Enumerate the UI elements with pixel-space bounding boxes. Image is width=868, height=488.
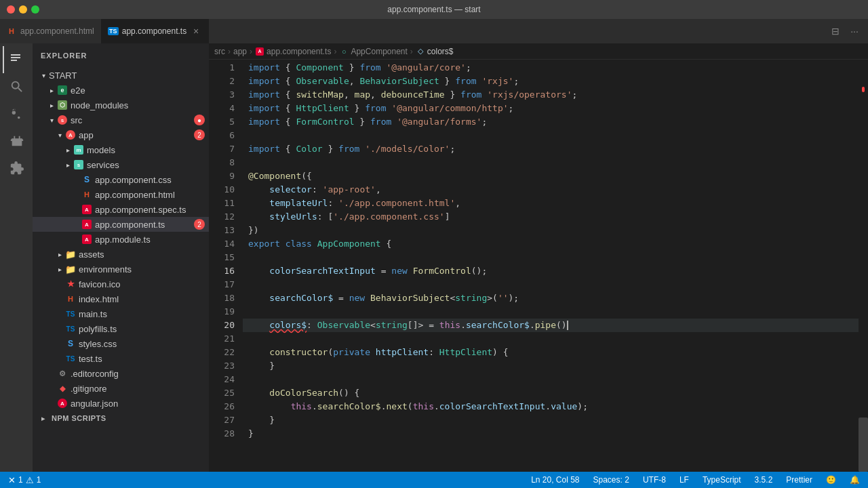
editorconfig-icon: ⚙: [57, 368, 68, 379]
sidebar-item-styles-css[interactable]: S styles.css: [33, 336, 209, 351]
favicon-label: favicon.ico: [79, 279, 120, 289]
breadcrumb-var: colors$: [427, 47, 454, 56]
sidebar-item-editorconfig[interactable]: ⚙ .editorconfig: [33, 366, 209, 381]
environments-chevron: [54, 264, 65, 274]
breadcrumb-src: src: [214, 47, 225, 56]
code-line-8: [243, 156, 859, 169]
sidebar-item-app-component-spec[interactable]: A app.component.spec.ts: [33, 202, 209, 217]
npm-scripts-section[interactable]: NPM SCRIPTS: [33, 411, 209, 426]
extensions-activity-icon[interactable]: [3, 155, 30, 182]
ln-3: 3: [209, 88, 235, 102]
spaces-text: Spaces: 2: [593, 475, 629, 485]
code-line-21: [243, 332, 859, 346]
spec-file-icon: A: [81, 204, 92, 215]
sidebar-item-app-component-ts[interactable]: A app.component.ts 2: [33, 217, 209, 232]
sidebar-item-main-ts[interactable]: TS main.ts: [33, 306, 209, 321]
smiley-icon: 🙂: [826, 475, 836, 485]
code-line-14: export class AppComponent {: [243, 237, 859, 251]
editor-scrollbar[interactable]: [859, 60, 868, 472]
e2e-icon: e: [57, 85, 68, 96]
ln-14: 14: [209, 237, 235, 251]
sidebar-item-e2e[interactable]: e e2e: [33, 83, 209, 98]
sidebar-item-app-module[interactable]: A app.module.ts: [33, 232, 209, 247]
sidebar-item-environments[interactable]: 📁 environments: [33, 262, 209, 277]
html-tab-label: app.component.html: [20, 26, 94, 36]
test-ts-icon: TS: [65, 353, 76, 364]
environments-label: environments: [79, 264, 132, 274]
sidebar-item-favicon[interactable]: ★ favicon.ico: [33, 277, 209, 291]
services-chevron: [62, 159, 73, 170]
sidebar-item-services[interactable]: s services: [33, 157, 209, 172]
search-activity-icon[interactable]: [3, 73, 30, 100]
styles-css-label: styles.css: [79, 339, 117, 349]
sidebar-item-polyfills[interactable]: TS polyfills.ts: [33, 321, 209, 336]
indentation[interactable]: Spaces: 2: [591, 472, 632, 488]
warning-icon: ⚠: [26, 475, 34, 485]
version-item[interactable]: 3.5.2: [752, 472, 776, 488]
ts-tab-label: app.component.ts: [122, 26, 186, 36]
code-editor[interactable]: 1 2 3 4 5 6 7 8 9 10 11 12 13 14 15 16 1: [209, 60, 868, 472]
ln-25: 25: [209, 386, 235, 400]
ln-7: 7: [209, 142, 235, 156]
formatter-text: Prettier: [786, 475, 812, 485]
ln-18: 18: [209, 291, 235, 305]
sidebar-item-start[interactable]: START: [33, 68, 209, 83]
tab-close-button[interactable]: ×: [191, 26, 201, 37]
sidebar-item-app-component-html[interactable]: H app.component.html: [33, 187, 209, 202]
bell-button[interactable]: 🔔: [847, 472, 863, 488]
sidebar-item-test-ts[interactable]: TS test.ts: [33, 351, 209, 366]
favicon-file-icon: ★: [65, 279, 76, 289]
sidebar-item-index-html[interactable]: H index.html: [33, 291, 209, 306]
smiley-button[interactable]: 🙂: [823, 472, 839, 488]
styles-css-icon: S: [65, 338, 76, 349]
sidebar-item-app-component-css[interactable]: S app.component.css: [33, 172, 209, 187]
close-button[interactable]: [7, 5, 15, 14]
code-line-10: selector: 'app-root',: [243, 183, 859, 197]
line-ending-item[interactable]: LF: [677, 472, 692, 488]
window-title: app.component.ts — start: [387, 5, 480, 14]
code-line-2: import { Observable, BehaviorSubject } f…: [243, 75, 859, 88]
sidebar-item-gitignore[interactable]: ◆ .gitignore: [33, 381, 209, 396]
sidebar-item-angular-json[interactable]: A angular.json: [33, 396, 209, 411]
formatter-item[interactable]: Prettier: [783, 472, 815, 488]
code-content[interactable]: import { Component } from '@angular/core…: [243, 60, 859, 472]
tab-actions: ⊟ ···: [822, 19, 868, 43]
models-label: models: [87, 145, 115, 155]
code-line-6: [243, 129, 859, 142]
ln-11: 11: [209, 197, 235, 210]
language-text: TypeScript: [703, 475, 741, 485]
source-control-activity-icon[interactable]: [3, 100, 30, 127]
test-ts-label: test.ts: [79, 354, 102, 364]
errors-warnings-item[interactable]: ✕ 1 ⚠ 1: [5, 472, 43, 488]
assets-chevron: [54, 249, 65, 260]
tab-ts[interactable]: TS app.component.ts ×: [102, 19, 209, 43]
app-component-spec-label: app.component.spec.ts: [95, 205, 186, 215]
sidebar-item-app[interactable]: A app 2: [33, 127, 209, 142]
scroll-thumb[interactable]: [859, 418, 868, 472]
explorer-activity-icon[interactable]: [3, 46, 30, 73]
more-actions-button[interactable]: ···: [846, 23, 863, 39]
debug-activity-icon[interactable]: [3, 127, 30, 155]
cursor-position[interactable]: Ln 20, Col 58: [528, 472, 582, 488]
environments-icon: 📁: [65, 264, 76, 274]
services-icon: s: [73, 159, 84, 170]
sidebar-item-src[interactable]: s src ●: [33, 113, 209, 127]
sidebar-item-assets[interactable]: 📁 assets: [33, 247, 209, 262]
breadcrumb-var-icon: ◇: [416, 47, 425, 56]
maximize-button[interactable]: [31, 5, 39, 14]
language-item[interactable]: TypeScript: [700, 472, 744, 488]
encoding-item[interactable]: UTF-8: [640, 472, 669, 488]
node-modules-chevron: [46, 100, 57, 110]
split-editor-button[interactable]: ⊟: [827, 23, 844, 39]
breadcrumb-class-icon: ○: [339, 47, 349, 56]
code-line-16: colorSearchTextInput = new FormControl()…: [243, 264, 859, 278]
tab-html[interactable]: H app.component.html: [0, 19, 102, 43]
sidebar-item-node-modules[interactable]: ⬡ node_modules: [33, 98, 209, 113]
sidebar-item-models[interactable]: m models: [33, 142, 209, 157]
activity-bar: [0, 43, 33, 472]
sidebar: EXPLORER START e e2e ⬡ node_: [33, 43, 209, 472]
assets-label: assets: [79, 249, 104, 260]
main-layout: H app.component.html TS app.component.ts…: [0, 19, 868, 488]
src-icon: s: [57, 115, 68, 125]
minimize-button[interactable]: [19, 5, 27, 14]
